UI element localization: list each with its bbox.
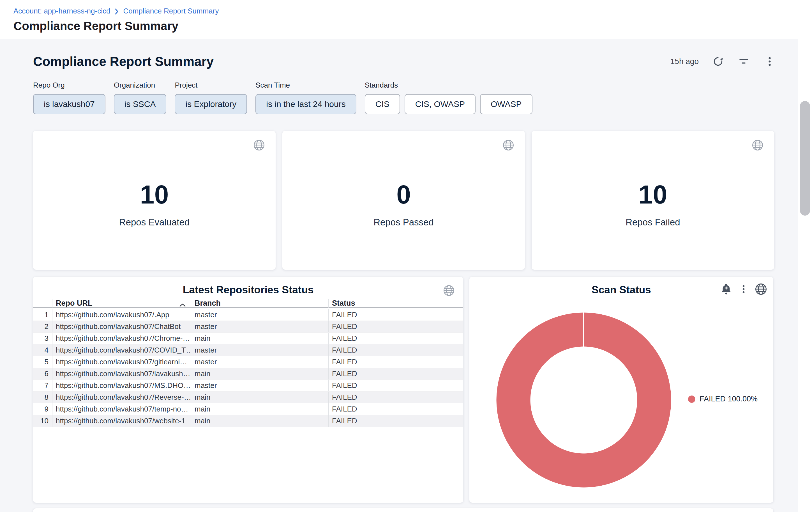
table-cell-url: https://github.com/lavakush07/.App <box>52 309 191 321</box>
scan-status-card: Scan Status <box>469 277 773 503</box>
filter-chip[interactable]: CIS <box>365 94 400 114</box>
table-cell-num: 7 <box>33 380 52 391</box>
filter-chip[interactable]: is in the last 24 hours <box>255 94 356 114</box>
table-row: 8https://github.com/lavakush07/Reverse-…… <box>33 392 463 403</box>
globe-icon[interactable] <box>502 139 514 152</box>
dashboard-actions: 15h ago <box>670 55 776 68</box>
table-title: Latest Repositories Status <box>33 277 463 296</box>
filter-project: Project is Exploratory <box>175 81 247 114</box>
table-cell-url: https://github.com/lavakush07/Chrome-… <box>52 333 191 344</box>
table-row: 4https://github.com/lavakush07/COVID_T…m… <box>33 344 463 356</box>
stat-card-repos-evaluated: 10 Repos Evaluated <box>33 131 276 270</box>
table-cell-num: 3 <box>33 333 52 344</box>
filter-icon[interactable] <box>737 55 750 68</box>
table-cell-status: FAILED <box>328 415 463 427</box>
column-header-repo-url[interactable]: Repo URL <box>52 299 191 308</box>
stat-label: Repos Passed <box>374 217 434 227</box>
dashboard-header: Compliance Report Summary 15h ago <box>33 49 776 74</box>
kebab-menu-icon[interactable] <box>737 283 750 295</box>
dashboard-title: Compliance Report Summary <box>33 54 214 69</box>
globe-icon[interactable] <box>443 285 455 298</box>
table-cell-url: https://github.com/lavakush07/lavakush… <box>52 368 191 379</box>
breadcrumb-current-link[interactable]: Compliance Report Summary <box>123 7 219 16</box>
table-cell-url: https://github.com/lavakush07/temp-no… <box>52 403 191 415</box>
table-row: 9https://github.com/lavakush07/temp-no…m… <box>33 403 463 415</box>
table-cell-url: https://github.com/lavakush07/MS.DHO… <box>52 380 191 391</box>
globe-icon[interactable] <box>755 283 767 295</box>
table-cell-branch: master <box>191 356 328 368</box>
table-cell-num: 1 <box>33 309 52 321</box>
table-cell-status: FAILED <box>328 403 463 415</box>
filter-chip[interactable]: CIS, OWASP <box>405 94 475 114</box>
table-row: 2https://github.com/lavakush07/ChatBotma… <box>33 321 463 333</box>
filter-label: Scan Time <box>255 81 356 89</box>
latest-repositories-card: Latest Repositories Status Repo URL Bran… <box>33 277 463 503</box>
scan-donut[interactable] <box>496 313 671 488</box>
filter-label: Organization <box>114 81 167 89</box>
table-cell-branch: master <box>191 344 328 356</box>
table-row: 1https://github.com/lavakush07/.Appmaste… <box>33 309 463 321</box>
scrollbar-track[interactable] <box>798 0 812 512</box>
globe-icon[interactable] <box>752 139 763 152</box>
stat-card-repos-failed: 10 Repos Failed <box>532 131 774 270</box>
column-header-status[interactable]: Status <box>328 299 463 308</box>
row-number-column-header <box>33 299 52 308</box>
table-cell-branch: main <box>191 415 328 427</box>
table-cell-url: https://github.com/lavakush07/Reverse-… <box>52 392 191 403</box>
table-cell-num: 5 <box>33 356 52 368</box>
table-cell-status: FAILED <box>328 356 463 368</box>
breadcrumb-chevron-icon <box>114 8 119 15</box>
stat-value: 0 <box>397 182 411 208</box>
bottom-card-row: Latest Repositories Status Repo URL Bran… <box>33 277 773 503</box>
stat-value: 10 <box>638 182 667 208</box>
table-cell-status: FAILED <box>328 380 463 391</box>
table-cell-branch: main <box>191 368 328 379</box>
dashboard-content: Compliance Report Summary 15h ago <box>0 40 798 512</box>
filter-scan-time: Scan Time is in the last 24 hours <box>255 81 356 114</box>
legend-dot <box>688 396 695 403</box>
globe-icon[interactable] <box>253 139 265 152</box>
table-cell-num: 10 <box>33 415 52 427</box>
next-card-partial <box>33 508 773 512</box>
table-cell-num: 6 <box>33 368 52 379</box>
table-cell-status: FAILED <box>328 368 463 379</box>
filter-chip[interactable]: is SSCA <box>114 94 167 114</box>
filter-organization: Organization is SSCA <box>114 81 167 114</box>
filter-bar: Repo Org is lavakush07 Organization is S… <box>33 81 532 114</box>
legend-item-failed[interactable]: FAILED 100.00% <box>688 395 758 403</box>
table-cell-branch: master <box>191 380 328 391</box>
table-cell-branch: master <box>191 309 328 321</box>
table-cell-branch: main <box>191 333 328 344</box>
legend-label: FAILED 100.00% <box>700 395 758 403</box>
table-cell-url: https://github.com/lavakush07/gitlearni… <box>52 356 191 368</box>
table-cell-status: FAILED <box>328 344 463 356</box>
table-row: 7https://github.com/lavakush07/MS.DHO…ma… <box>33 380 463 392</box>
filter-chip[interactable]: is Exploratory <box>175 94 247 114</box>
refresh-icon[interactable] <box>712 55 725 68</box>
column-header-branch[interactable]: Branch <box>191 299 328 308</box>
table-cell-num: 4 <box>33 344 52 356</box>
table-cell-num: 2 <box>33 321 52 332</box>
stat-card-repos-passed: 0 Repos Passed <box>282 131 525 270</box>
filter-label: Standards <box>365 81 532 89</box>
table-cell-url: https://github.com/lavakush07/website-1 <box>52 415 191 427</box>
breadcrumb: Account: app-harness-ng-cicd Compliance … <box>13 7 798 16</box>
filter-chip[interactable]: is lavakush07 <box>33 94 106 114</box>
bell-plus-icon[interactable] <box>720 283 732 295</box>
kebab-menu-icon[interactable] <box>763 55 776 68</box>
scan-card-actions <box>720 283 767 295</box>
stat-label: Repos Failed <box>626 217 680 227</box>
filter-chip[interactable]: OWASP <box>480 94 532 114</box>
top-header: Account: app-harness-ng-cicd Compliance … <box>0 0 798 39</box>
table-cell-branch: master <box>191 321 328 332</box>
filter-label: Repo Org <box>33 81 106 89</box>
scrollbar-thumb[interactable] <box>800 101 810 216</box>
breadcrumb-account-link[interactable]: Account: app-harness-ng-cicd <box>13 7 110 16</box>
table-cell-num: 9 <box>33 403 52 415</box>
table-cell-branch: main <box>191 392 328 403</box>
page-title: Compliance Report Summary <box>13 19 798 33</box>
table-row: 3https://github.com/lavakush07/Chrome-…m… <box>33 333 463 344</box>
stat-card-row: 10 Repos Evaluated 0 Repos Passed 10 Rep… <box>33 131 774 270</box>
table-header: Repo URL Branch Status <box>33 299 463 308</box>
table-row: 10https://github.com/lavakush07/website-… <box>33 415 463 427</box>
